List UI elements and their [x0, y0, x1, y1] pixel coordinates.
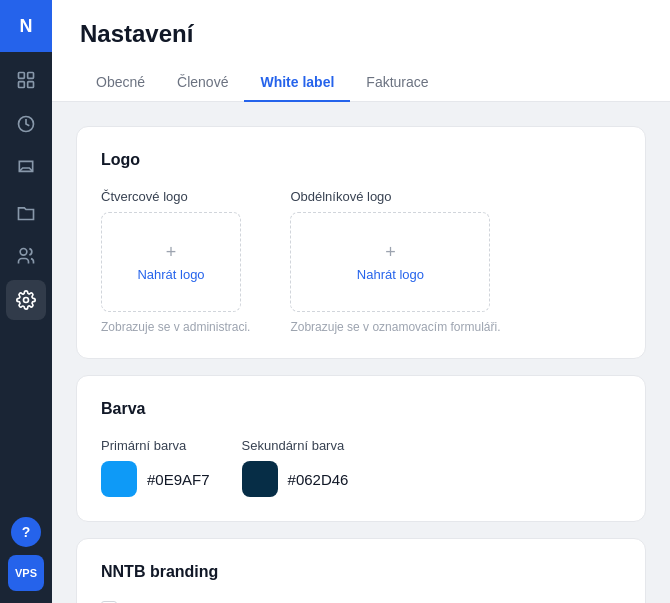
square-logo-hint: Zobrazuje se v administraci. — [101, 320, 250, 334]
primary-color-swatch[interactable] — [101, 461, 137, 497]
color-row: Primární barva #0E9AF7 Sekundární barva … — [101, 438, 621, 497]
rect-logo-upload[interactable]: + Nahrát logo — [290, 212, 490, 312]
rect-logo-col: Obdélníkové logo + Nahrát logo Zobrazuje… — [290, 189, 500, 334]
svg-point-6 — [24, 298, 29, 303]
sidebar-item-inbox[interactable] — [6, 148, 46, 188]
square-plus-icon: + — [166, 243, 177, 261]
tab-fakturace[interactable]: Fakturace — [350, 64, 444, 102]
app-logo[interactable]: N — [0, 0, 52, 52]
svg-rect-0 — [19, 73, 25, 79]
sidebar-item-dashboard[interactable] — [6, 60, 46, 100]
help-button[interactable]: ? — [11, 517, 41, 547]
tab-obecne[interactable]: Obecné — [80, 64, 161, 102]
page-header: Nastavení Obecné Členové White label Fak… — [52, 0, 670, 102]
rect-logo-label: Obdélníkové logo — [290, 189, 500, 204]
color-card: Barva Primární barva #0E9AF7 Sekundární … — [76, 375, 646, 522]
tab-bar: Obecné Členové White label Fakturace — [80, 64, 642, 101]
secondary-color-hex: #062D46 — [288, 471, 349, 488]
sidebar-bottom: ? VPS — [8, 517, 44, 603]
logo-card: Logo Čtvercové logo + Nahrát logo Zobraz… — [76, 126, 646, 359]
primary-color-value: #0E9AF7 — [101, 461, 210, 497]
main-content: Nastavení Obecné Členové White label Fak… — [52, 0, 670, 603]
sidebar-item-users[interactable] — [6, 236, 46, 276]
sidebar-item-settings[interactable] — [6, 280, 46, 320]
secondary-color-col: Sekundární barva #062D46 — [242, 438, 349, 497]
primary-color-hex: #0E9AF7 — [147, 471, 210, 488]
secondary-color-value: #062D46 — [242, 461, 349, 497]
rect-upload-text: Nahrát logo — [357, 267, 424, 282]
sidebar: N ? VPS — [0, 0, 52, 603]
square-upload-text: Nahrát logo — [137, 267, 204, 282]
branding-section-title: NNTB branding — [101, 563, 621, 581]
square-logo-col: Čtvercové logo + Nahrát logo Zobrazuje s… — [101, 189, 250, 334]
logo-section-title: Logo — [101, 151, 621, 169]
secondary-color-swatch[interactable] — [242, 461, 278, 497]
content-area: Logo Čtvercové logo + Nahrát logo Zobraz… — [52, 102, 670, 603]
page-title: Nastavení — [80, 20, 642, 48]
svg-point-5 — [20, 249, 27, 256]
secondary-color-label: Sekundární barva — [242, 438, 349, 453]
primary-color-label: Primární barva — [101, 438, 210, 453]
color-section-title: Barva — [101, 400, 621, 418]
tab-clenove[interactable]: Členové — [161, 64, 244, 102]
rect-logo-hint: Zobrazuje se v oznamovacím formuláři. — [290, 320, 500, 334]
user-avatar[interactable]: VPS — [8, 555, 44, 591]
square-logo-upload[interactable]: + Nahrát logo — [101, 212, 241, 312]
sidebar-item-folder[interactable] — [6, 192, 46, 232]
svg-rect-2 — [19, 82, 25, 88]
svg-rect-3 — [28, 82, 34, 88]
tab-white-label[interactable]: White label — [244, 64, 350, 102]
sidebar-nav — [6, 52, 46, 517]
square-logo-label: Čtvercové logo — [101, 189, 250, 204]
primary-color-col: Primární barva #0E9AF7 — [101, 438, 210, 497]
branding-card: NNTB branding Odstranit NNTB branding v … — [76, 538, 646, 603]
logo-row: Čtvercové logo + Nahrát logo Zobrazuje s… — [101, 189, 621, 334]
rect-plus-icon: + — [385, 243, 396, 261]
sidebar-item-clock[interactable] — [6, 104, 46, 144]
svg-rect-1 — [28, 73, 34, 79]
